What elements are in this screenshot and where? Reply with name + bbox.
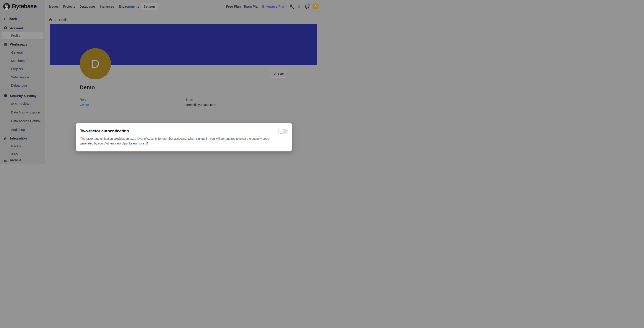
sidebar-item-sql-review[interactable]: SQL Review xyxy=(0,100,45,107)
section-divider xyxy=(73,121,295,121)
profile-name: Demo xyxy=(80,84,95,91)
nav-settings[interactable]: Settings xyxy=(141,3,158,10)
sidebar-nav: Back Account Profile xyxy=(0,0,45,155)
profile-avatar[interactable]: D xyxy=(80,48,111,79)
sidebar-item-profile[interactable]: Profile xyxy=(2,32,44,39)
notification-dot xyxy=(308,4,310,6)
bell-icon[interactable] xyxy=(304,4,310,9)
free-plan-label[interactable]: Free Plan xyxy=(226,5,241,9)
top-nav-links: Issues Projects Databases Instances Envi… xyxy=(47,3,158,10)
topbar-right-cluster: Free Plan Team Plan Enterprise Plan A xyxy=(226,4,322,10)
archive-icon xyxy=(4,158,8,162)
chevron-right-icon xyxy=(54,18,57,21)
learn-more-link[interactable]: Learn more xyxy=(129,142,144,145)
team-plan-label[interactable]: Team Plan xyxy=(244,5,260,9)
home-icon[interactable] xyxy=(49,18,52,21)
top-navbar: Issues Projects Databases Instances Envi… xyxy=(45,0,322,13)
sidebar-item-debug-log[interactable]: Debug Log xyxy=(0,82,45,89)
pencil-icon xyxy=(273,72,276,76)
nav-databases[interactable]: Databases xyxy=(77,3,98,10)
sidebar-item-sso[interactable]: SSO xyxy=(0,151,45,155)
building-icon xyxy=(4,43,7,46)
sidebar-item-archive[interactable]: Archive xyxy=(0,157,45,164)
sidebar-item-projects[interactable]: Projects xyxy=(0,66,45,72)
nav-issues[interactable]: Issues xyxy=(47,3,61,10)
sidebar-item-members[interactable]: Members xyxy=(0,57,45,64)
sidebar-item-subscription[interactable]: Subscription xyxy=(0,74,45,80)
sidebar-section-security-policy: Security & Policy xyxy=(0,92,45,99)
user-icon xyxy=(4,26,7,30)
toggle-knob xyxy=(279,129,283,133)
shield-check-icon xyxy=(4,94,7,98)
email-value: demo@bytebase.com xyxy=(186,103,216,107)
sidebar-item-data-access-control[interactable]: Data Access Control xyxy=(0,118,45,124)
user-avatar[interactable]: D xyxy=(312,4,318,10)
two-factor-description: Two-factor authentication provides an ex… xyxy=(80,136,289,146)
nav-instances[interactable]: Instances xyxy=(98,3,116,10)
external-link-icon xyxy=(145,142,148,146)
role-value-link[interactable]: Owner xyxy=(80,103,89,107)
role-label: Role xyxy=(80,98,86,101)
sidebar-section-integration: Integration xyxy=(0,135,45,141)
svg-text:A: A xyxy=(292,6,294,9)
sidebar-section-workspace: Workspace xyxy=(0,41,45,48)
chevron-left-icon xyxy=(3,18,6,21)
sidebar-item-data-anonymization[interactable]: Data Anonymization xyxy=(0,109,45,115)
two-factor-title: Two-factor authentication xyxy=(80,129,129,133)
language-icon[interactable]: A xyxy=(289,4,294,9)
breadcrumb-page[interactable]: Profile xyxy=(59,18,68,22)
link-icon xyxy=(4,136,7,140)
enterprise-plan-link[interactable]: Enterprise Plan xyxy=(262,5,285,9)
sidebar: Bytebase Back Account Profile xyxy=(0,0,45,164)
sidebar-item-gitops[interactable]: GitOps xyxy=(0,143,45,149)
breadcrumb: Profile xyxy=(49,16,68,23)
nav-projects[interactable]: Projects xyxy=(61,3,77,10)
sidebar-item-audit-log[interactable]: Audit Log xyxy=(0,126,45,133)
sidebar-section-account: Account xyxy=(0,25,45,31)
two-factor-card: Two-factor authentication Two-factor aut… xyxy=(76,123,292,151)
email-label: Email xyxy=(186,98,193,101)
sidebar-item-general[interactable]: General xyxy=(0,49,45,56)
nav-environments[interactable]: Environments xyxy=(116,3,141,10)
two-factor-toggle[interactable] xyxy=(278,129,288,134)
bug-icon[interactable] xyxy=(297,4,302,9)
main-content: Profile D Edit Demo Role Owner Email dem… xyxy=(45,13,322,164)
edit-button[interactable]: Edit xyxy=(270,70,287,78)
back-button[interactable]: Back xyxy=(0,16,45,22)
